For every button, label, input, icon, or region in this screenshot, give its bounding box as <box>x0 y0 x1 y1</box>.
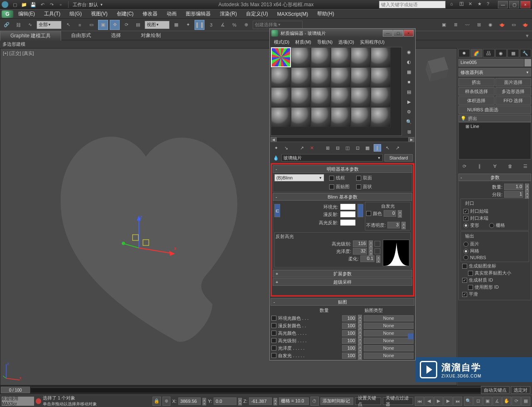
sample-slot[interactable] <box>271 47 291 67</box>
select-icon[interactable]: ↖ <box>63 20 73 30</box>
sample-slot[interactable] <box>331 47 351 67</box>
configure-icon[interactable]: ☰ <box>520 161 530 171</box>
map-slot-button[interactable]: None <box>364 345 414 351</box>
maximize-viewport-icon[interactable]: ▦ <box>521 397 530 406</box>
map-slot-button[interactable]: None <box>364 323 414 329</box>
twosided-check[interactable] <box>356 176 361 181</box>
map-amount-spinner[interactable]: ▴▾ <box>358 352 362 359</box>
maximize-button[interactable]: ▢ <box>509 1 519 8</box>
link-icon[interactable]: 🔗 <box>2 20 12 30</box>
bind-icon[interactable]: ∿ <box>25 20 35 30</box>
me-menu-mode[interactable]: 模式(D) <box>271 38 292 46</box>
sample-slot[interactable] <box>271 67 291 87</box>
mod-btn-polysel[interactable]: 多边形选择 <box>495 87 532 96</box>
video-check-icon[interactable]: ▤ <box>405 88 413 96</box>
select-rect-icon[interactable]: ▭ <box>86 20 96 30</box>
transform-gizmo[interactable]: z x <box>120 215 178 261</box>
spinner-snap-icon[interactable]: ⊕ <box>241 20 251 30</box>
close-button[interactable]: × <box>520 1 530 8</box>
help-icon[interactable]: ? <box>487 1 493 8</box>
selfillum-spinner[interactable]: ▴▾ <box>398 210 402 217</box>
reset-map-icon[interactable]: ✕ <box>308 144 315 152</box>
prev-frame-icon[interactable]: ◀ <box>424 397 433 406</box>
tab-utilities[interactable]: 🔧 <box>520 49 532 57</box>
map-amount-spinner[interactable]: ▴▾ <box>358 345 362 351</box>
align-icon[interactable]: ▣ <box>439 20 449 30</box>
facemap-check[interactable] <box>329 184 334 189</box>
render-icon[interactable]: 🫖 <box>520 20 530 30</box>
amount-field[interactable]: 1.0 <box>504 184 523 190</box>
ribbon-tab-freeform[interactable]: 自由形式 <box>61 31 101 40</box>
curve-editor-icon[interactable]: 〰 <box>462 20 472 30</box>
sample-slot[interactable] <box>351 87 371 107</box>
goto-end-icon[interactable]: ⏭ <box>453 397 462 406</box>
sample-slot[interactable] <box>351 67 371 87</box>
map-enable-check[interactable] <box>271 353 276 358</box>
segments-spinner[interactable]: ▴▾ <box>525 191 529 198</box>
rollout-maps-header[interactable]: -贴图 <box>271 298 414 306</box>
pan-icon[interactable]: ✋ <box>502 397 511 406</box>
stack-base-object[interactable]: ⊞ Line <box>461 123 529 130</box>
me-menu-material[interactable]: 材质(M) <box>293 38 314 46</box>
ribbon-dropdown-icon[interactable]: ▼ <box>525 33 532 38</box>
map-amount-field[interactable]: 100 <box>342 315 356 321</box>
timetag-field[interactable]: 添加时间标记 <box>320 397 353 405</box>
nurbs-radio[interactable] <box>463 255 468 260</box>
get-material-icon[interactable]: ✦ <box>272 144 280 152</box>
amount-spinner[interactable]: ▴▾ <box>525 184 529 190</box>
put-library-icon[interactable]: ◫ <box>344 144 351 152</box>
sample-slot[interactable] <box>311 87 331 107</box>
modifier-stack[interactable]: ⊞ Line <box>458 122 531 159</box>
rollout-extended-header[interactable]: +扩展参数 <box>273 270 412 277</box>
project-icon[interactable]: ▫ <box>57 1 64 8</box>
scroll-left-icon[interactable]: ◀ <box>271 137 276 142</box>
opacity-field[interactable]: 3 <box>387 222 400 228</box>
tab-display[interactable]: ▦ <box>507 49 519 57</box>
background-icon[interactable]: ▦ <box>405 68 413 76</box>
me-close-button[interactable]: × <box>404 30 414 37</box>
sample-slot[interactable] <box>371 87 391 107</box>
show-map-icon[interactable]: ▩ <box>364 144 371 152</box>
sample-slot[interactable] <box>271 107 291 127</box>
mod-btn-splinesel[interactable]: 样条线选择 <box>458 87 495 96</box>
make-copy-icon[interactable]: ⊞ <box>324 144 331 152</box>
gloss-spinner[interactable]: ▴▾ <box>369 248 373 255</box>
matmap-nav-icon[interactable]: ⊞ <box>405 127 413 136</box>
smooth-check[interactable] <box>462 292 467 297</box>
redo-icon[interactable]: ↷ <box>48 1 55 8</box>
menu-edit[interactable]: 编辑(E) <box>14 9 39 19</box>
unlink-icon[interactable]: ⛓ <box>13 20 23 30</box>
menu-maxscript[interactable]: MAXScript(M) <box>273 10 313 18</box>
selected-set-dropdown[interactable]: 选定对 <box>511 386 530 394</box>
sample-slot[interactable] <box>311 107 331 127</box>
map-amount-field[interactable]: 100 <box>342 353 356 359</box>
backlight-icon[interactable]: ◐ <box>405 58 413 66</box>
options-icon[interactable]: ⚙ <box>405 108 413 116</box>
undo-icon[interactable]: ↶ <box>39 1 46 8</box>
sample-slot[interactable] <box>271 87 291 107</box>
stack-header-modifier[interactable]: 💡挤出 <box>458 115 531 122</box>
specular-swatch[interactable] <box>340 219 356 226</box>
viewport-label[interactable]: [+] [正交] [真实] <box>3 50 34 56</box>
me-menu-options[interactable]: 选项(O) <box>336 38 357 46</box>
schematic-icon[interactable]: ⊞ <box>474 20 484 30</box>
menu-animation[interactable]: 动画 <box>163 9 181 19</box>
infocenter-icon[interactable]: ⌂ <box>450 1 457 8</box>
app-orb[interactable]: G <box>2 10 13 18</box>
map-amount-field[interactable]: 100 <box>342 323 356 329</box>
sample-slot[interactable] <box>331 107 351 127</box>
map-amount-spinner[interactable]: ▴▾ <box>358 322 362 329</box>
speclevel-spinner[interactable]: ▴▾ <box>369 240 373 247</box>
genmatid-check[interactable] <box>462 278 467 283</box>
map-slot-button[interactable]: None <box>364 315 414 321</box>
angle-snap-icon[interactable]: ∡ <box>218 20 228 30</box>
time-tag-icon[interactable]: ⏱ <box>310 397 319 406</box>
workspace-selector[interactable]: 工作台: 默认 ▼ <box>73 2 103 8</box>
material-type-button[interactable]: Standard <box>384 154 413 162</box>
lock-selection-icon[interactable]: 🔒 <box>153 397 161 406</box>
named-selection-set[interactable]: 创建选择集▼ <box>253 21 303 29</box>
selfillum-color-check[interactable] <box>366 211 371 216</box>
go-parent-icon[interactable]: ↖ <box>384 144 391 152</box>
mod-btn-volsel[interactable]: 体积选择 <box>458 96 495 105</box>
soften-field[interactable]: 0.1 <box>360 255 374 262</box>
